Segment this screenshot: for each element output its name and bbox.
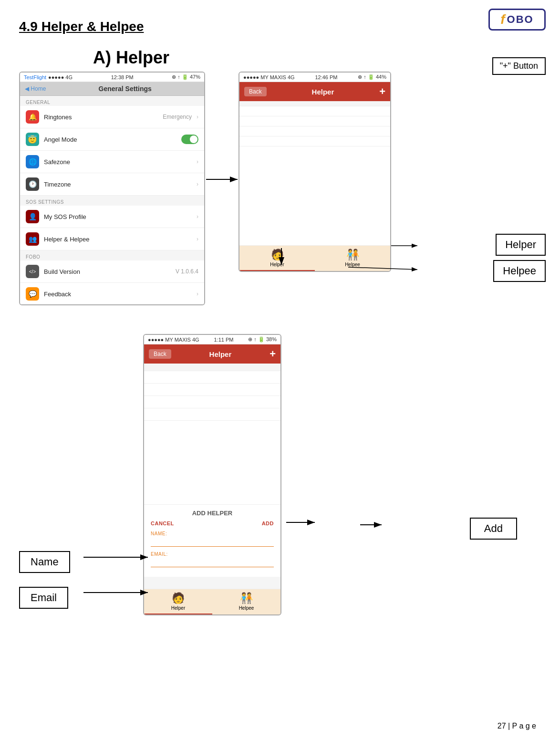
chevron-safezone: › — [197, 158, 198, 165]
status-right: ⊕ ↑ 🔋 47% — [172, 74, 200, 80]
icon-timezone: 🕐 — [26, 177, 39, 191]
settings-row-timezone[interactable]: 🕐 Timezone › — [20, 173, 204, 196]
section-label-general: GENERAL — [20, 96, 204, 106]
label-build: Build Version — [44, 268, 171, 275]
logo-f: f — [500, 12, 505, 27]
nav-title-general: General Settings — [51, 85, 199, 93]
label-sos-profile: My SOS Profile — [44, 213, 192, 220]
fobo-logo: f OBO — [488, 9, 546, 32]
settings-row-feedback[interactable]: 💬 Feedback › — [20, 283, 204, 305]
icon-feedback: 💬 — [26, 287, 39, 301]
sub-title-a: A) Helper — [93, 48, 169, 68]
label-helper-helpee: Helper & Helpee — [44, 236, 192, 243]
helper-nav-bar-top: Back Helper + — [239, 82, 390, 101]
chevron-sos-profile: › — [197, 213, 198, 220]
settings-row-angel[interactable]: 😇 Angel Mode — [20, 128, 204, 151]
helper-tabs-top: 🧑 Helper 🧑‍🤝‍🧑 Helpee — [239, 245, 390, 271]
status-app: TestFlight — [24, 74, 46, 80]
status-time-bottom: 1:11 PM — [214, 337, 233, 343]
status-right-bottom: ⊕ ↑ 🔋 38% — [248, 336, 277, 343]
helper-tabs-bottom: 🧑 Helper 🧑‍🤝‍🧑 Helpee — [144, 589, 280, 614]
settings-row-helper-helpee[interactable]: 👥 Helper & Helpee › — [20, 228, 204, 250]
tab-helper-label: Helper — [270, 262, 284, 267]
value-ringtones: Emergency — [163, 114, 192, 120]
chevron-timezone: › — [197, 181, 198, 187]
name-field-label: NAME: — [151, 531, 274, 536]
status-bar-helper-top: ●●●●● MY MAXIS 4G 12:46 PM ⊕ ↑ 🔋 44% — [239, 73, 390, 82]
annotation-email: Email — [19, 587, 68, 609]
phone-general-settings: TestFlight ●●●●● 4G 12:38 PM ⊕ ↑ 🔋 47% ◀… — [19, 72, 205, 305]
label-safezone: Safezone — [44, 158, 192, 166]
helper-nav-title-bottom: Helper — [171, 350, 270, 358]
tab-helpee-top[interactable]: 🧑‍🤝‍🧑 Helpee — [315, 246, 390, 271]
annotation-add: Add — [470, 518, 517, 540]
phone-helper-bottom: ●●●●● MY MAXIS 4G 1:11 PM ⊕ ↑ 🔋 38% Back… — [143, 334, 281, 615]
helper-back-btn-top[interactable]: Back — [244, 87, 267, 96]
icon-ringtones: 🔔 — [26, 110, 39, 124]
status-right-helper: ⊕ ↑ 🔋 44% — [358, 74, 386, 80]
tab-helper-top[interactable]: 🧑 Helper — [239, 246, 315, 271]
chevron-ringtones: › — [197, 114, 198, 120]
status-icons: ⊕ ↑ 🔋 47% — [172, 74, 200, 80]
status-time: 12:38 PM — [111, 74, 134, 80]
status-bar-helper-bottom: ●●●●● MY MAXIS 4G 1:11 PM ⊕ ↑ 🔋 38% — [144, 335, 280, 344]
annotation-name: Name — [19, 551, 70, 573]
icon-angel: 😇 — [26, 133, 39, 146]
add-helper-section: ADD HELPER CANCEL ADD NAME: EMAIL: — [144, 504, 280, 577]
annotation-helpee: Helpee — [493, 260, 546, 282]
icon-safezone: 🌐 — [26, 155, 39, 168]
helper-nav-bar-bottom: Back Helper + — [144, 344, 280, 364]
tab-helper-bottom[interactable]: 🧑 Helper — [144, 589, 212, 614]
status-left: TestFlight ●●●●● 4G — [24, 74, 73, 80]
helper-back-btn-bottom[interactable]: Back — [149, 349, 171, 359]
page-number: 27 | P a g e — [498, 722, 536, 730]
add-button[interactable]: ADD — [262, 520, 274, 526]
status-left-helper: ●●●●● MY MAXIS 4G — [243, 74, 295, 80]
annotation-plus-button: "+" Button — [492, 57, 546, 75]
tab-helpee-bottom[interactable]: 🧑‍🤝‍🧑 Helpee — [212, 589, 280, 614]
annotation-helper: Helper — [496, 234, 546, 256]
cancel-button[interactable]: CANCEL — [151, 520, 174, 526]
phone-helper-top: ●●●●● MY MAXIS 4G 12:46 PM ⊕ ↑ 🔋 44% Bac… — [239, 72, 391, 272]
status-bar-general: TestFlight ●●●●● 4G 12:38 PM ⊕ ↑ 🔋 47% — [20, 73, 204, 82]
label-ringtones: Ringtones — [44, 114, 158, 121]
settings-row-sos-profile[interactable]: 👤 My SOS Profile › — [20, 206, 204, 228]
icon-build: </> — [26, 265, 39, 278]
tab-helper-icon: 🧑 — [271, 249, 284, 261]
email-field-label: EMAIL: — [151, 552, 274, 557]
email-input[interactable] — [151, 558, 274, 567]
add-helper-actions: CANCEL ADD — [151, 520, 274, 526]
helper-nav-title-top: Helper — [267, 88, 379, 96]
icon-helper-helpee: 👥 — [26, 232, 39, 246]
label-timezone: Timezone — [44, 181, 192, 188]
settings-row-ringtones[interactable]: 🔔 Ringtones Emergency › — [20, 106, 204, 128]
helper-plus-btn-top[interactable]: + — [379, 85, 385, 98]
tab-helpee-icon: 🧑‍🤝‍🧑 — [346, 249, 359, 261]
section-label-sos: SOS SETTINGS — [20, 196, 204, 206]
add-helper-title: ADD HELPER — [151, 510, 274, 517]
label-angel: Angel Mode — [44, 136, 176, 143]
helper-plus-btn-bottom[interactable]: + — [270, 348, 276, 360]
nav-bar-general: ◀ Home General Settings — [20, 82, 204, 96]
logo-obo: OBO — [507, 13, 534, 26]
section-title: 4.9 Helper & Helpee — [19, 19, 144, 34]
tab-helpee-label-b: Helpee — [239, 605, 254, 611]
settings-row-safezone[interactable]: 🌐 Safezone › — [20, 151, 204, 173]
toggle-angel[interactable] — [181, 135, 198, 144]
chevron-feedback: › — [197, 291, 198, 297]
nav-back-home[interactable]: ◀ Home — [25, 85, 46, 92]
status-network: ●●●●● 4G — [48, 74, 73, 80]
tab-helpee-label: Helpee — [345, 262, 360, 267]
tab-helper-icon-b: 🧑 — [172, 592, 185, 604]
label-feedback: Feedback — [44, 291, 192, 298]
settings-row-build: </> Build Version V 1.0.6.4 — [20, 260, 204, 283]
status-left-bottom: ●●●●● MY MAXIS 4G — [148, 337, 199, 343]
name-input[interactable] — [151, 537, 274, 547]
chevron-helper-helpee: › — [197, 236, 198, 242]
value-build: V 1.0.6.4 — [176, 268, 198, 275]
tab-helper-label-b: Helper — [171, 605, 185, 611]
tab-helpee-icon-b: 🧑‍🤝‍🧑 — [240, 592, 253, 604]
status-time-helper: 12:46 PM — [315, 74, 337, 80]
section-label-fobo: FOBO — [20, 250, 204, 260]
icon-sos-profile: 👤 — [26, 210, 39, 223]
